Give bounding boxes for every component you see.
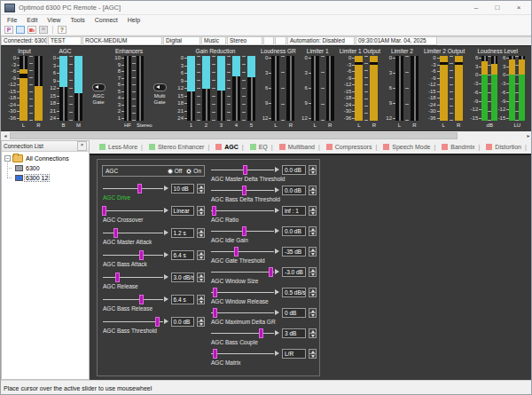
slider-agc-ratio[interactable] [210,206,279,216]
radio-on-icon[interactable] [186,169,192,174]
tab-multiband[interactable]: Multiband [277,144,315,150]
radio-off-icon[interactable] [168,169,173,174]
help-icon[interactable]: ? [58,26,66,34]
slider-thumb[interactable] [269,267,273,277]
slider-agc-window-size[interactable] [210,267,279,277]
slider-agc-release[interactable] [102,273,168,282]
tab-less-more[interactable]: Less-More [97,144,137,150]
spin-down-icon[interactable] [197,211,205,216]
tab-compressors[interactable]: Compressors [324,144,372,150]
slider-thumb[interactable] [213,288,217,297]
tree-expander-icon[interactable]: − [4,155,11,162]
tree-node-6300[interactable]: 6300 [2,163,89,173]
maximize-button[interactable]: □ [489,2,506,14]
slider-agc-bass-delta-threshold[interactable] [210,186,279,195]
spin-down-icon[interactable] [309,354,317,359]
value-agc-gate-threshold[interactable]: -35 dB [282,247,306,257]
value-agc-bass-couple[interactable]: 3 dB [282,328,306,338]
slider-thumb[interactable] [113,228,118,238]
slider-agc-master-delta-threshold[interactable] [210,165,279,175]
menu-file[interactable]: File [7,17,17,23]
slider-thumb[interactable] [243,165,247,175]
minimize-button[interactable]: – [467,2,485,14]
spin-down-icon[interactable] [197,278,205,282]
slider-agc-bass-release[interactable] [102,295,168,304]
menu-tools[interactable]: Tools [70,17,84,23]
slider-thumb[interactable] [115,273,120,282]
value-agc-maximum-delta-gr[interactable]: 0 dB [282,308,306,318]
agc-on-option[interactable]: On [186,168,201,174]
tab-eq[interactable]: EQ [247,144,268,150]
value-agc-bass-release[interactable]: 6.4 s [171,295,195,304]
scroll-left-icon[interactable]: ◄ [1,131,10,140]
agc-off-option[interactable]: Off [168,168,183,174]
slider-thumb[interactable] [102,206,106,216]
horizontal-scrollbar[interactable]: ◄ ► [1,131,532,140]
value-agc-idle-gain[interactable]: 0.0 dB [282,226,306,236]
slider-thumb[interactable] [242,226,246,236]
close-button[interactable]: × [510,2,528,14]
slider-thumb[interactable] [137,184,142,194]
spin-down-icon[interactable] [309,293,317,297]
slider-thumb[interactable] [139,295,144,304]
slider-agc-bass-threshold[interactable] [102,317,168,327]
slider-agc-matrix[interactable] [210,349,279,359]
slider-thumb[interactable] [234,247,239,257]
value-agc-bass-delta-threshold[interactable]: 0.0 dB [282,186,306,195]
value-agc-matrix[interactable]: L/R [282,349,306,359]
value-agc-window-size[interactable]: -3.0 dB [282,267,306,277]
slider-thumb[interactable] [213,308,217,318]
value-agc-window-release[interactable]: 0.5 dB/s [282,288,306,297]
tree-root-row[interactable]: −All Connections [2,154,89,163]
slider-agc-bass-attack[interactable] [102,250,168,260]
menu-connect[interactable]: Connect [95,17,118,23]
slider-thumb[interactable] [155,317,160,327]
slider-thumb[interactable] [242,186,246,195]
connection-list-close-icon[interactable]: × [77,141,87,151]
slider-agc-maximum-delta-gr[interactable] [210,308,279,318]
tab-stereo-enhancer[interactable]: Stereo Enhancer [146,144,205,150]
value-agc-bass-attack[interactable]: 6.4 s [171,250,195,260]
slider-thumb[interactable] [212,206,216,216]
spin-down-icon[interactable] [309,211,317,216]
value-agc-master-attack[interactable]: 1.2 s [171,228,195,238]
slider-agc-window-release[interactable] [210,288,279,297]
tab-distortion[interactable]: Distortion [483,144,521,150]
value-agc-release[interactable]: 3.0 dB/s [171,273,195,282]
scroll-right-icon[interactable]: ► [524,131,532,140]
spin-down-icon[interactable] [309,191,317,195]
slider-thumb[interactable] [139,250,144,260]
preset-icon[interactable]: P [4,26,13,34]
spin-down-icon[interactable] [197,300,205,304]
slider-agc-crossover[interactable] [102,206,168,216]
slider-agc-gate-threshold[interactable] [210,247,279,257]
spin-down-icon[interactable] [309,232,317,236]
spin-down-icon[interactable] [197,322,205,327]
tab-bandmix[interactable]: Bandmix [439,144,474,150]
value-agc-bass-threshold[interactable]: 0.0 dB [171,317,195,327]
tab-speech-mode[interactable]: Speech Mode [380,144,430,150]
spin-down-icon[interactable] [197,256,205,260]
slider-agc-master-attack[interactable] [102,228,168,238]
document-icon[interactable] [16,26,25,34]
spin-down-icon[interactable] [309,313,317,318]
spin-down-icon[interactable] [197,189,205,194]
spin-down-icon[interactable] [197,233,205,238]
menu-help[interactable]: Help [128,17,140,23]
spin-down-icon[interactable] [309,252,317,257]
slider-thumb[interactable] [213,349,217,359]
spin-down-icon[interactable] [309,170,317,175]
tab-agc[interactable]: AGC [213,144,239,150]
save-icon[interactable] [39,26,48,34]
value-agc-drive[interactable]: 10 dB [171,184,195,194]
value-agc-master-delta-threshold[interactable]: 0.0 dB [282,165,306,175]
slider-agc-drive[interactable] [102,184,168,194]
menu-view[interactable]: View [47,17,60,23]
slider-agc-idle-gain[interactable] [210,226,279,236]
slider-agc-bass-couple[interactable] [210,328,279,338]
value-agc-ratio[interactable]: inf : 1 [282,206,306,216]
slider-thumb[interactable] [259,328,263,338]
menu-edit[interactable]: Edit [27,17,37,23]
transfer-icon[interactable] [27,26,36,34]
spin-down-icon[interactable] [309,273,317,277]
